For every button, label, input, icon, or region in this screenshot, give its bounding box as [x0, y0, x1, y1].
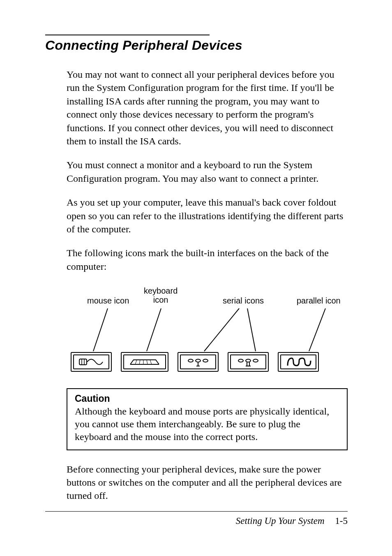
title-rule	[45, 35, 210, 35]
caution-title: Caution	[75, 393, 339, 404]
footer-rule	[45, 511, 348, 512]
paragraph-4: The following icons mark the built-in in…	[67, 246, 348, 273]
page-footer: Setting Up Your System 1-5	[236, 516, 348, 526]
caution-text: Although the keyboard and mouse ports ar…	[75, 405, 339, 444]
serial-port-2-icon	[228, 352, 269, 372]
paragraph-2: You must connect a monitor and a keyboar…	[67, 158, 348, 185]
ports-figure: mouse icon keyboard icon serial icons pa…	[67, 285, 348, 372]
svg-line-0	[93, 308, 108, 351]
svg-line-13	[150, 360, 152, 364]
mouse-port-icon	[71, 352, 112, 372]
label-lines	[67, 285, 354, 355]
page-title: Connecting Peripheral Devices	[45, 38, 348, 53]
svg-line-12	[147, 360, 148, 364]
svg-point-15	[196, 359, 201, 362]
caution-box: Caution Although the keyboard and mouse …	[67, 388, 348, 450]
paragraph-1: You may not want to connect all your per…	[67, 68, 348, 148]
footer-section: Setting Up Your System	[236, 516, 325, 526]
svg-line-4	[309, 308, 325, 351]
footer-page-number: 1-5	[335, 516, 348, 526]
paragraph-3: As you set up your computer, leave this …	[67, 196, 348, 236]
keyboard-port-icon	[121, 352, 168, 372]
closing-paragraph: Before connecting your peripheral device…	[67, 463, 348, 503]
svg-point-19	[238, 359, 243, 362]
svg-line-2	[204, 308, 239, 351]
parallel-port-icon	[278, 352, 319, 372]
svg-line-9	[135, 360, 137, 364]
svg-line-3	[247, 308, 256, 351]
svg-point-21	[253, 359, 258, 362]
svg-rect-5	[79, 359, 87, 365]
svg-line-1	[147, 308, 161, 351]
serial-port-1-icon	[178, 352, 219, 372]
svg-point-14	[188, 359, 193, 362]
svg-point-16	[203, 359, 208, 362]
svg-line-10	[139, 360, 140, 364]
svg-point-20	[246, 359, 251, 362]
